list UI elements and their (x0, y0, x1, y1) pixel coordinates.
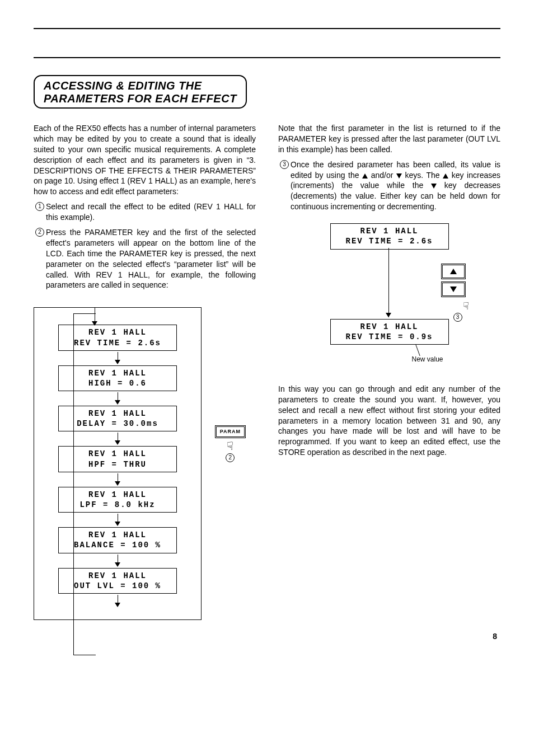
connector-arrowhead (386, 313, 391, 317)
triangle-down-icon (396, 173, 402, 179)
lcd2-l2: HIGH = 0.6 (88, 379, 147, 388)
rule-inner (34, 57, 500, 58)
step-2-ref: 2 (226, 453, 235, 462)
step-3-text: Once the desired parameter has been call… (291, 159, 500, 212)
step-3-number: 3 (280, 160, 289, 169)
lcd3-l2: DELAY = 30.0ms (77, 419, 158, 428)
edit-before-lcd: REV 1 HALL REV TIME = 2.6s (330, 223, 449, 249)
triangle-up-icon-2 (443, 173, 448, 179)
page-number: 8 (34, 631, 500, 642)
connector-line (388, 248, 389, 317)
rule-top (34, 28, 500, 29)
title-line2: PARAMETERS FOR EACH EFFECT (44, 92, 237, 105)
arrow-2 (57, 392, 179, 405)
edit-after-l1: REV 1 HALL (360, 322, 418, 331)
lcd5-l2: LPF = 8.0 kHz (79, 500, 155, 509)
lcd-box-6: REV 1 HALL BALANCE = 100 % (58, 527, 177, 553)
param-key-callout: PARAM ☟ 2 (215, 425, 246, 463)
lcd4-l1: REV 1 HALL (88, 449, 147, 458)
param-key: PARAM (215, 425, 246, 438)
arrow-5 (57, 514, 179, 526)
value-edit-diagram: REV 1 HALL REV TIME = 2.6s ☟ 3 REV 1 HAL… (317, 223, 462, 361)
step-2-number: 2 (35, 228, 44, 237)
step-2: 2 Press the PARAMETER key and the first … (34, 227, 256, 290)
new-value-label: New value (412, 355, 443, 364)
arrow-6 (57, 555, 179, 567)
step-3-ref: 3 (453, 313, 462, 322)
lcd1-l1: REV 1 HALL (88, 328, 147, 337)
step-1: 1 Select and recall the effect to be edi… (34, 201, 256, 223)
lcd2-l1: REV 1 HALL (88, 369, 147, 378)
arrow-1 (57, 352, 179, 364)
arrow-7 (57, 595, 179, 607)
lcd6-l1: REV 1 HALL (88, 530, 147, 539)
lcd3-l1: REV 1 HALL (88, 409, 147, 418)
new-value-pointer: New value (317, 345, 462, 361)
lcd5-l1: REV 1 HALL (88, 490, 147, 499)
decrement-key (441, 281, 466, 297)
triangle-down-icon-2 (431, 184, 437, 189)
hand-press-icon: ☟ (227, 440, 233, 452)
step-1-number: 1 (35, 202, 44, 211)
title-line1: ACCESSING & EDITING THE (44, 79, 202, 92)
loop-entry-arrowhead (92, 321, 97, 326)
edit-before-l1: REV 1 HALL (360, 227, 418, 236)
lcd-box-3: REV 1 HALL DELAY = 30.0ms (58, 406, 177, 431)
lcd1-l2: REV TIME = 2.6s (74, 339, 161, 348)
right-column: Note that the first parameter in the lis… (278, 123, 500, 462)
lcd-box-4: REV 1 HALL HPF = THRU (58, 446, 177, 472)
closing-paragraph: In this way you can go through and edit … (278, 384, 500, 458)
step-3: 3 Once the desired parameter has been ca… (278, 159, 500, 212)
step-2-text: Press the PARAMETER key and the first of… (46, 227, 256, 290)
left-column: Each of the REX50 effects has a number o… (34, 123, 256, 620)
arrow-4 (57, 473, 179, 486)
arrow-3 (57, 433, 179, 445)
edit-after-lcd: REV 1 HALL REV TIME = 0.9s (330, 319, 449, 345)
lcd7-l1: REV 1 HALL (88, 571, 147, 580)
hand-press-icon-2: ☟ (441, 299, 469, 313)
lcd-box-2: REV 1 HALL HIGH = 0.6 (58, 365, 177, 391)
note-paragraph: Note that the first parameter in the lis… (278, 123, 500, 155)
lcd6-l2: BALANCE = 100 % (74, 541, 161, 550)
increment-key (441, 264, 466, 279)
lcd-box-5: REV 1 HALL LPF = 8.0 kHz (58, 487, 177, 513)
step-1-text: Select and recall the effect to be edite… (46, 201, 256, 223)
edit-after-l2: REV TIME = 0.9s (345, 332, 433, 341)
triangle-up-icon (362, 173, 368, 179)
lcd4-l2: HPF = THRU (88, 460, 147, 469)
loop-top-h (73, 313, 96, 314)
lcd7-l2: OUT LVL = 100 % (74, 581, 161, 590)
lcd-box-1: REV 1 HALL REV TIME = 2.6s (58, 325, 177, 350)
parameter-sequence-diagram: REV 1 HALL REV TIME = 2.6s REV 1 HALL HI… (34, 307, 202, 620)
section-title: ACCESSING & EDITING THE PARAMETERS FOR E… (34, 75, 247, 109)
loop-bottom-h (73, 655, 96, 655)
edit-before-l2: REV TIME = 2.6s (345, 237, 433, 246)
up-down-keys: ☟ 3 (441, 261, 466, 322)
intro-paragraph: Each of the REX50 effects has a number o… (34, 123, 256, 197)
lcd-box-7: REV 1 HALL OUT LVL = 100 % (58, 568, 177, 594)
